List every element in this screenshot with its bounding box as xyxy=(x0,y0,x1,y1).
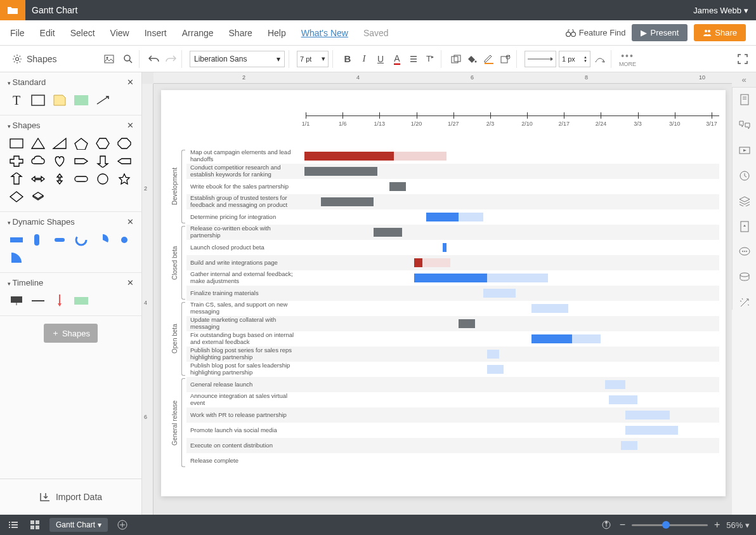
tl-block-shape[interactable] xyxy=(72,294,90,308)
gantt-bar[interactable] xyxy=(487,274,548,282)
undo-icon[interactable] xyxy=(147,52,161,66)
shape-1[interactable] xyxy=(29,136,47,150)
border-color-icon[interactable] xyxy=(482,52,496,66)
dyn-bar-shape[interactable] xyxy=(8,233,25,247)
align-icon[interactable] xyxy=(407,52,420,66)
theme-icon[interactable] xyxy=(738,220,752,234)
presentation-icon[interactable] xyxy=(738,143,752,157)
task-row[interactable]: Promote launch via social media xyxy=(186,423,719,438)
history-icon[interactable] xyxy=(738,169,752,183)
dyn-quarter-shape[interactable] xyxy=(8,251,25,265)
dyn-ring-shape[interactable] xyxy=(72,233,90,247)
shape-3[interactable] xyxy=(72,136,90,150)
page-icon[interactable] xyxy=(738,93,752,107)
gear-icon[interactable] xyxy=(10,52,24,66)
task-row[interactable]: Execute on content distribution xyxy=(186,438,719,453)
shape-18[interactable] xyxy=(8,190,25,204)
shape-options-icon[interactable] xyxy=(499,52,512,66)
dyn-small-shape[interactable] xyxy=(51,233,68,247)
document-title[interactable]: Gantt Chart xyxy=(32,5,77,15)
close-icon[interactable]: ✕ xyxy=(127,217,134,227)
block-shape[interactable] xyxy=(72,93,90,107)
share-button[interactable]: Share xyxy=(694,24,746,41)
gantt-bar[interactable] xyxy=(531,334,572,343)
note-shape[interactable] xyxy=(51,93,68,107)
gantt-bar[interactable] xyxy=(483,289,516,298)
section-standard[interactable]: ▾ Standard ✕ xyxy=(8,77,134,87)
task-row[interactable]: Announce integration at sales virtual ev… xyxy=(186,392,719,407)
shape-16[interactable] xyxy=(94,172,112,186)
gantt-bar[interactable] xyxy=(422,258,451,267)
shape-13[interactable] xyxy=(29,172,47,186)
chat-icon[interactable] xyxy=(738,245,752,259)
search-icon[interactable] xyxy=(121,52,135,66)
gantt-bar[interactable] xyxy=(426,213,459,221)
magic-icon[interactable] xyxy=(738,296,752,310)
gantt-bar[interactable] xyxy=(374,228,402,237)
shape-19[interactable] xyxy=(29,190,47,204)
menu-select[interactable]: Select xyxy=(70,28,95,38)
section-timeline[interactable]: ▾ Timeline ✕ xyxy=(8,278,134,287)
shape-5[interactable] xyxy=(115,136,133,150)
data-icon[interactable] xyxy=(738,270,752,284)
shape-14[interactable] xyxy=(51,172,68,186)
target-icon[interactable] xyxy=(599,518,613,532)
tl-flag-shape[interactable] xyxy=(8,294,25,308)
dyn-pie-shape[interactable] xyxy=(94,233,112,247)
tl-arrow-shape[interactable] xyxy=(51,294,68,308)
gantt-bar[interactable] xyxy=(304,167,377,176)
dyn-pill-shape[interactable] xyxy=(29,233,47,247)
close-icon[interactable]: ✕ xyxy=(127,121,134,130)
zoom-level[interactable]: 56% ▾ xyxy=(726,520,750,530)
folder-icon[interactable] xyxy=(0,0,25,20)
gantt-bar[interactable] xyxy=(414,274,487,282)
gantt-bar[interactable] xyxy=(414,258,422,267)
more-button[interactable]: ••• MORE xyxy=(619,51,636,67)
task-row[interactable]: Launch closed product beta xyxy=(186,240,719,255)
task-row[interactable]: Establish group of trusted testers for f… xyxy=(186,194,719,209)
task-row[interactable]: Gather internal and external feedback; m… xyxy=(186,270,719,286)
gantt-bar[interactable] xyxy=(621,441,637,450)
gantt-bar[interactable] xyxy=(321,197,374,206)
task-row[interactable]: Map out campagin elements and lead hando… xyxy=(186,149,719,164)
arrow-shape[interactable] xyxy=(94,93,112,107)
gantt-bar[interactable] xyxy=(625,426,678,435)
box-shape[interactable] xyxy=(29,93,47,107)
task-row[interactable]: Work with PR to release partnership xyxy=(186,407,719,423)
gantt-bar[interactable] xyxy=(487,350,499,359)
task-row[interactable]: Update marketing collateral with messagi… xyxy=(186,316,719,331)
gantt-bar[interactable] xyxy=(394,152,446,161)
gantt-bar[interactable] xyxy=(459,213,483,221)
bold-icon[interactable]: B xyxy=(341,52,355,66)
gantt-bar[interactable] xyxy=(443,243,446,252)
task-row[interactable]: Conduct competitior research and establi… xyxy=(186,164,719,179)
shape-12[interactable] xyxy=(8,172,25,186)
text-shape[interactable]: T xyxy=(8,93,25,107)
redo-icon[interactable] xyxy=(164,52,178,66)
menu-help[interactable]: Help xyxy=(268,28,286,38)
shape-9[interactable] xyxy=(72,154,90,168)
text-color-icon[interactable]: A xyxy=(390,52,404,66)
shape-6[interactable] xyxy=(8,154,25,168)
shape-17[interactable] xyxy=(115,172,133,186)
shapes-toggle[interactable]: Shapes xyxy=(27,54,56,64)
text-format-icon[interactable]: T▸ xyxy=(423,52,437,66)
close-icon[interactable]: ✕ xyxy=(127,77,134,87)
shape-15[interactable] xyxy=(72,172,90,186)
present-button[interactable]: ▶ Present xyxy=(632,24,688,41)
zoom-slider[interactable] xyxy=(632,524,708,526)
shape-10[interactable] xyxy=(94,154,112,168)
task-row[interactable]: Write ebook for the sales partnership xyxy=(186,179,719,194)
page-tab[interactable]: Gantt Chart ▾ xyxy=(49,518,108,532)
zoom-in-icon[interactable]: + xyxy=(714,519,720,531)
dock-collapse-icon[interactable]: « xyxy=(732,72,756,88)
feature-find[interactable]: Feature Find xyxy=(566,28,626,37)
gantt-bar[interactable] xyxy=(459,319,475,328)
image-icon[interactable] xyxy=(102,52,116,66)
add-page-icon[interactable] xyxy=(115,518,129,532)
user-menu[interactable]: James Webb ▾ xyxy=(693,6,748,15)
italic-icon[interactable]: I xyxy=(357,52,371,66)
menu-edit[interactable]: Edit xyxy=(40,28,55,38)
task-row[interactable]: General release launch xyxy=(186,377,719,392)
menu-share[interactable]: Share xyxy=(229,28,252,38)
